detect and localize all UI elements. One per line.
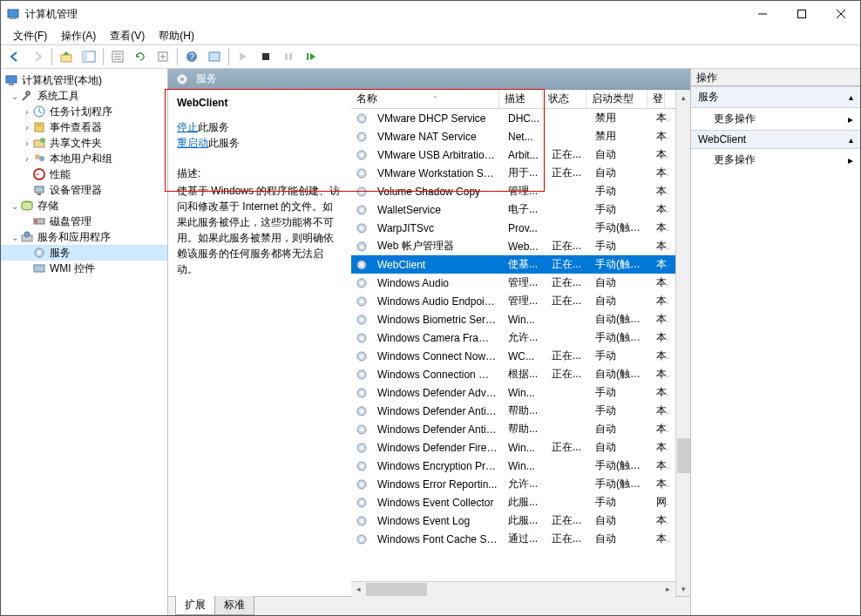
export-button[interactable]	[153, 47, 173, 66]
service-row[interactable]: Windows Event Collector此服...手动网	[351, 493, 675, 511]
service-row[interactable]: VMware NAT ServiceNet...禁用本	[351, 127, 675, 146]
tree-item[interactable]: 设备管理器	[1, 182, 167, 198]
restart-service-button[interactable]	[301, 47, 322, 66]
close-button[interactable]	[821, 1, 860, 27]
cell-name: VMware Workstation Ser...	[372, 167, 503, 179]
service-row[interactable]: Windows Connect Now -...WC...正在...手动本	[351, 347, 675, 365]
tab-extended[interactable]: 扩展	[175, 596, 215, 615]
pause-service-button[interactable]	[278, 47, 299, 66]
cell-login: 本	[651, 275, 668, 290]
expand-icon[interactable]: ›	[22, 154, 32, 164]
tree-item[interactable]: ›共享文件夹	[1, 135, 167, 151]
collapse-icon[interactable]: ⌄	[10, 91, 20, 101]
menu-view[interactable]: 查看(V)	[105, 27, 150, 45]
service-row[interactable]: Windows Error Reportin...允许...手动(触发...本	[351, 475, 675, 493]
menu-help[interactable]: 帮助(H)	[153, 27, 200, 45]
service-row[interactable]: Windows Audio Endpoint...管理...正在...自动本	[351, 292, 675, 310]
properties-button[interactable]	[107, 47, 128, 66]
tree-item[interactable]: 性能	[1, 166, 167, 182]
tree-item[interactable]: 磁盘管理	[1, 213, 167, 229]
expand-icon[interactable]: ›	[22, 123, 32, 132]
scroll-track[interactable]	[366, 582, 661, 597]
show-hide-tree-button[interactable]	[78, 47, 99, 66]
expand-icon[interactable]: ›	[22, 107, 32, 117]
service-row[interactable]: Windows Biometric Servi...Win...自动(触发...…	[351, 310, 675, 328]
service-row[interactable]: Windows Audio管理...正在...自动本	[351, 274, 675, 292]
service-row[interactable]: Windows Event Log此服...正在...自动本	[351, 511, 675, 530]
service-row[interactable]: Windows Defender Antivi...帮助...手动本	[351, 402, 675, 420]
forward-button[interactable]	[27, 47, 48, 66]
service-row[interactable]: WalletService电子...手动本	[351, 200, 675, 219]
service-rows[interactable]: VMware DHCP ServiceDHC...禁用本VMware NAT S…	[351, 109, 675, 581]
col-header-login[interactable]: 登	[647, 90, 665, 108]
scroll-up-button[interactable]: ▴	[676, 90, 690, 105]
actions-group-services[interactable]: 服务 ▴	[691, 86, 860, 108]
tree-services[interactable]: 服务	[1, 245, 167, 261]
back-button[interactable]	[4, 47, 25, 66]
expand-icon[interactable]: ›	[22, 139, 32, 148]
service-row[interactable]: WarpJITSvcProv...手动(触发...本	[351, 219, 675, 237]
service-row[interactable]: VMware USB Arbitration ...Arbit...正在...自…	[351, 146, 675, 164]
scroll-track[interactable]	[676, 105, 690, 581]
group-label: WebClient	[698, 133, 746, 146]
tree-item[interactable]: ›任务计划程序	[1, 104, 167, 119]
horizontal-scrollbar[interactable]: ◂ ▸	[351, 581, 675, 596]
scroll-down-button[interactable]: ▾	[676, 581, 690, 596]
service-row[interactable]: Windows Defender Antivi...帮助...自动本	[351, 420, 675, 438]
console-button[interactable]	[204, 47, 225, 66]
tree-systools[interactable]: ⌄ 系统工具	[1, 88, 167, 104]
col-header-desc[interactable]: 描述	[499, 90, 543, 108]
cell-name: Windows Biometric Servi...	[372, 314, 503, 326]
service-row[interactable]: VMware DHCP ServiceDHC...禁用本	[351, 109, 675, 127]
service-row[interactable]: Web 帐户管理器Web...正在...手动本	[351, 237, 675, 255]
scroll-thumb[interactable]	[366, 583, 427, 596]
refresh-button[interactable]	[130, 47, 151, 66]
service-row[interactable]: Windows Connection Ma...根据...正在...自动(触发.…	[351, 365, 675, 383]
collapse-icon[interactable]: ▴	[849, 92, 853, 102]
service-row[interactable]: Windows Defender Firew...Win...正在...自动本	[351, 438, 675, 457]
tab-standard[interactable]: 标准	[214, 596, 254, 615]
service-row[interactable]: Windows Camera Frame ...允许...手动(触发...本	[351, 328, 675, 347]
scroll-right-button[interactable]: ▸	[661, 582, 675, 597]
action-more-webclient[interactable]: 更多操作 ▸	[691, 149, 860, 171]
tree-item[interactable]: ›本地用户和组	[1, 151, 167, 166]
col-header-status[interactable]: 状态	[543, 90, 586, 108]
service-row[interactable]: VMware Workstation Ser...用于...正在...自动本	[351, 164, 675, 182]
minimize-button[interactable]	[742, 1, 782, 27]
tree-label: 设备管理器	[50, 183, 102, 198]
service-row[interactable]: Windows Font Cache Ser...通过...正在...自动本	[351, 530, 675, 548]
stop-service-link[interactable]: 停止	[177, 121, 198, 133]
scroll-left-button[interactable]: ◂	[351, 582, 366, 597]
tree-storage[interactable]: ⌄ 存储	[1, 198, 167, 213]
service-row[interactable]: Windows Encryption Pro...Win...手动(触发...本	[351, 457, 675, 475]
restart-service-link[interactable]: 重启动	[177, 137, 208, 149]
collapse-icon[interactable]: ⌄	[10, 201, 20, 211]
help-button[interactable]: ?	[181, 47, 202, 66]
tree-sna[interactable]: ⌄ 服务和应用程序	[1, 229, 167, 245]
col-header-start[interactable]: 启动类型	[586, 90, 647, 108]
gear-icon	[355, 276, 369, 290]
actions-group-webclient[interactable]: WebClient ▴	[691, 130, 860, 149]
col-header-name[interactable]: 名称ˆ	[351, 90, 499, 108]
vertical-scrollbar[interactable]: ▴ ▾	[675, 90, 690, 596]
cell-start: 手动	[590, 385, 651, 400]
stop-service-button[interactable]	[255, 47, 276, 66]
tree-pane[interactable]: 计算机管理(本地) ⌄ 系统工具 ›任务计划程序›事件查看器›共享文件夹›本地用…	[1, 69, 168, 615]
tree-root[interactable]: 计算机管理(本地)	[1, 72, 167, 88]
collapse-icon[interactable]: ▴	[849, 135, 853, 145]
svg-rect-24	[35, 123, 44, 132]
start-service-button[interactable]	[233, 47, 254, 66]
maximize-button[interactable]	[782, 1, 821, 27]
menu-action[interactable]: 操作(A)	[56, 27, 101, 45]
tree-wmi[interactable]: WMI 控件	[1, 261, 167, 276]
service-row[interactable]: Windows Defender Adva...Win...手动本	[351, 383, 675, 402]
menu-file[interactable]: 文件(F)	[8, 27, 52, 45]
scroll-thumb[interactable]	[677, 438, 690, 473]
up-button[interactable]	[56, 47, 77, 66]
collapse-icon[interactable]: ⌄	[10, 233, 20, 242]
service-row[interactable]: WebClient使基...正在...手动(触发...本	[351, 255, 675, 274]
cell-desc: Win...	[503, 387, 546, 399]
service-row[interactable]: Volume Shadow Copy管理...手动本	[351, 182, 675, 200]
action-more-services[interactable]: 更多操作 ▸	[691, 108, 860, 130]
tree-item[interactable]: ›事件查看器	[1, 119, 167, 135]
